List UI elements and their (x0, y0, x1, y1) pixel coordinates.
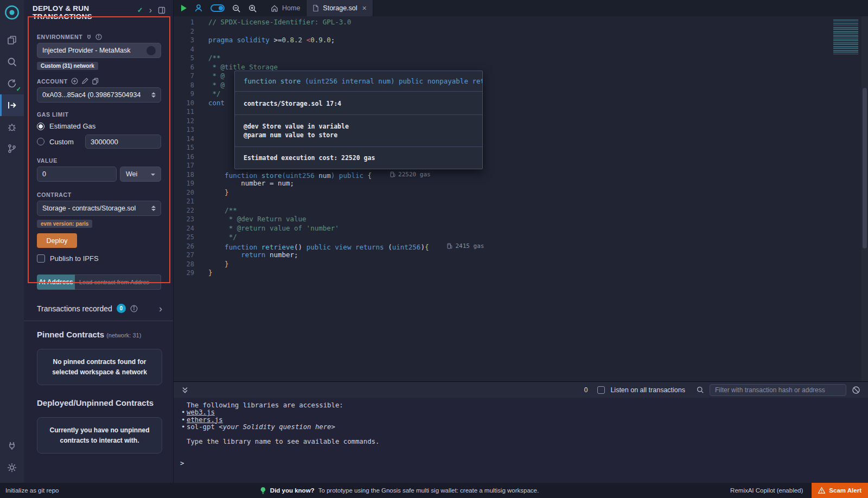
home-icon (271, 4, 278, 12)
plug-icon[interactable] (86, 34, 92, 40)
terminal-intro: The following libraries are accessible: (180, 402, 868, 409)
settings-gear-icon[interactable] (0, 457, 24, 478)
copy-account-icon[interactable] (92, 78, 99, 85)
estimated-gas-label: Estimated Gas (49, 122, 95, 130)
zoom-in-icon[interactable] (248, 4, 257, 13)
contract-select[interactable]: Storage - contracts/Storage.sol (37, 201, 161, 216)
collaborate-icon[interactable] (194, 3, 203, 13)
transactions-info-icon[interactable] (130, 305, 138, 312)
solidity-compiler-icon[interactable]: ✓ (0, 73, 24, 94)
terminal-lib-ethers: •ethers.js (180, 417, 868, 424)
search-icon[interactable] (0, 51, 24, 73)
custom-gas-radio[interactable] (37, 138, 44, 145)
editor-gutter: 1234567891011121314151617181920212223242… (174, 16, 203, 381)
solidity-file-icon (312, 4, 319, 12)
editor-toggle-icon[interactable] (210, 4, 225, 12)
network-badge: Custom (31) network (37, 62, 98, 70)
tooltip-signature: function store (uint256 internal num) pu… (235, 71, 482, 92)
evm-version-badge: evm version: paris (37, 220, 92, 228)
run-script-icon[interactable] (181, 5, 187, 11)
transactions-recorded-label: Transactions recorded (37, 304, 112, 313)
tooltip-dev-line: @dev Store value in variable (244, 122, 474, 131)
contract-label: CONTRACT (37, 191, 72, 198)
account-label: ACCOUNT (37, 78, 68, 85)
terminal-search-icon[interactable] (696, 386, 704, 394)
value-unit-select[interactable]: Wei (120, 167, 161, 182)
environment-select[interactable]: Injected Provider - MetaMask (37, 43, 161, 58)
remix-ide: ✓ DEPLOY & RUN TRANSACTIONS ✓ › (0, 0, 868, 483)
terminal-lib-web3: •web3.js (180, 409, 868, 416)
listen-all-label: Listen on all transactions (610, 386, 685, 394)
toggle-terminal-icon[interactable] (181, 386, 189, 394)
gas-estimate-hint: 2415 gas (447, 242, 484, 251)
editor-scrollbar[interactable] (861, 16, 868, 381)
main-area: Home Storage.sol × 123456789101112131415… (174, 0, 868, 483)
environment-info-icon[interactable] (95, 34, 102, 40)
code-editor[interactable]: 1234567891011121314151617181920212223242… (174, 16, 868, 381)
tooltip-cost: Estimated execution cost: 22520 gas (235, 147, 482, 169)
panel-title: DEPLOY & RUN TRANSACTIONS (33, 4, 127, 21)
tab-home[interactable]: Home (265, 0, 307, 16)
terminal-filter-input[interactable] (710, 384, 846, 396)
provider-icon (146, 46, 156, 55)
chevron-right-icon[interactable]: › (149, 7, 152, 14)
clear-terminal-icon[interactable] (852, 386, 860, 394)
deployed-contracts-section: Deployed/Unpinned Contracts Currently yo… (24, 397, 173, 454)
copilot-status[interactable]: RemixAI Copilot (enabled) (730, 487, 803, 494)
debugger-icon[interactable] (0, 116, 24, 138)
listen-all-checkbox[interactable] (597, 386, 605, 394)
tooltip-param-line: @param num value to store (244, 131, 474, 139)
at-address-input[interactable] (75, 274, 161, 290)
deploy-and-run-icon[interactable] (0, 94, 24, 116)
tab-storage-sol[interactable]: Storage.sol × (307, 0, 373, 16)
value-input[interactable] (37, 167, 117, 182)
scrollbar-thumb[interactable] (863, 88, 867, 248)
tooltip-location: contracts/Storage.sol 17:4 (235, 92, 482, 115)
function-hover-tooltip: function store (uint256 internal num) pu… (234, 71, 483, 169)
terminal-prompt[interactable]: > (180, 460, 868, 467)
plugin-manager-icon[interactable] (0, 435, 24, 457)
pinned-contracts-section: Pinned Contracts(network: 31) No pinned … (24, 321, 173, 385)
status-check-icon: ✓ (137, 6, 143, 14)
custom-gas-label: Custom (49, 138, 74, 146)
add-account-icon[interactable] (71, 78, 78, 85)
zoom-out-icon[interactable] (232, 4, 241, 13)
deploy-form: ENVIRONMENT Injected Provider - MetaMask… (24, 24, 173, 290)
deploy-run-panel: DEPLOY & RUN TRANSACTIONS ✓ › ENVIRONMEN… (24, 0, 174, 483)
tip-text: To prototype using the Gnosis safe multi… (318, 487, 539, 494)
publish-ipfs-label: Publish to IPFS (50, 254, 99, 263)
status-bar: Initialize as git repo Did you know? To … (0, 483, 868, 498)
account-select[interactable]: 0xA03...85ac4 (0.398673504934 (37, 87, 161, 103)
pin-panel-icon[interactable] (158, 7, 165, 14)
deploy-button[interactable]: Deploy (37, 233, 77, 248)
pinned-network-suffix: (network: 31) (106, 332, 141, 339)
lightbulb-icon (260, 487, 266, 494)
git-init-status[interactable]: Initialize as git repo (5, 487, 59, 494)
terminal-output[interactable]: The following libraries are accessible: … (174, 398, 868, 483)
terminal-lib-solgpt: •sol-gpt <your Solidity question here> (180, 424, 868, 431)
publish-ipfs-checkbox[interactable] (37, 254, 45, 263)
terminal-hint: Type the library name to see available c… (180, 438, 868, 445)
close-tab-icon[interactable]: × (362, 4, 367, 12)
web3-link[interactable]: web3.js (187, 408, 215, 416)
custom-gas-input[interactable] (85, 135, 161, 149)
transactions-expand-icon[interactable]: › (159, 305, 162, 312)
environment-label: ENVIRONMENT (37, 34, 82, 40)
pinned-contracts-title: Pinned Contracts(network: 31) (37, 330, 162, 339)
compiled-check-icon: ✓ (16, 86, 21, 93)
value-label: VALUE (37, 157, 58, 164)
remix-logo-icon[interactable] (4, 4, 20, 21)
git-icon[interactable] (0, 138, 24, 159)
estimated-gas-radio[interactable] (37, 123, 44, 130)
edit-account-icon[interactable] (81, 78, 88, 85)
vertical-icon-bar: ✓ (0, 0, 24, 483)
transactions-count-badge: 0 (117, 304, 126, 313)
at-address-button[interactable]: At Address (37, 274, 75, 290)
editor-minimap[interactable] (833, 20, 858, 54)
gas-estimate-hint: 22520 gas (390, 170, 431, 180)
ethers-link[interactable]: ethers.js (187, 416, 223, 424)
tooltip-docs: @dev Store value in variable @param num … (235, 115, 482, 147)
scam-alert-badge[interactable]: Scam Alert (812, 483, 868, 498)
file-explorer-icon[interactable] (0, 29, 24, 51)
editor-tabbar: Home Storage.sol × (174, 0, 868, 16)
